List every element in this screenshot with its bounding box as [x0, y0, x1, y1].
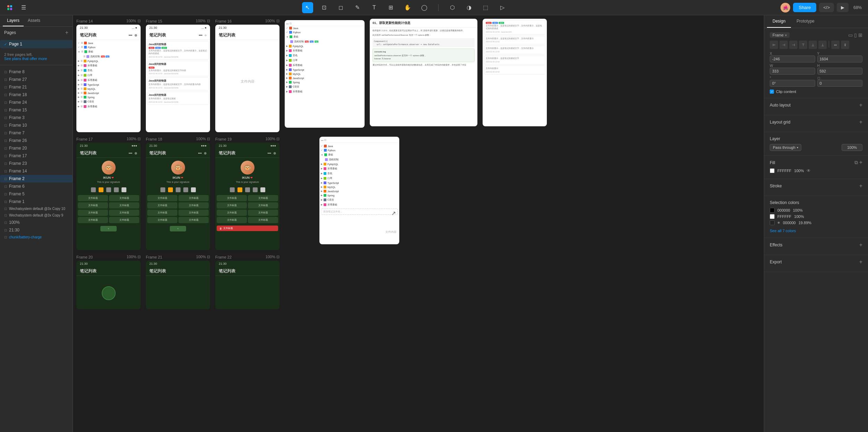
code-button[interactable]: </>: [819, 3, 834, 12]
stroke-add-btn[interactable]: +: [859, 183, 862, 189]
resize-phone-icon[interactable]: ▭: [848, 32, 853, 38]
resize-desktop-icon[interactable]: ▯: [854, 32, 857, 38]
fill-hex-value[interactable]: FFFFFF: [777, 169, 791, 173]
align-top-btn[interactable]: ⊤: [799, 41, 807, 49]
text-tool[interactable]: T: [369, 2, 380, 13]
grid-icon[interactable]: ⬚: [480, 2, 491, 13]
add-btn-f18[interactable]: ＋: [170, 226, 186, 231]
frame-21-content[interactable]: 21:30 笔记列表: [146, 261, 210, 309]
sidebar-item-frame10[interactable]: ⊡Frame 10: [0, 121, 73, 129]
sidebar-item-wechat10[interactable]: ⊡Wechatsystem default @3x Copy 10: [0, 205, 73, 212]
frame-18-content[interactable]: 21:30 ●●● 笔记列表 ••• ⊕ 🐵 IKUN ❤ T: [146, 143, 210, 250]
layer-mode-dropdown[interactable]: Pass through ▾: [770, 144, 801, 151]
frame-17-content[interactable]: 21:30 ●●● 笔记列表 ••• ⊕ 🐵 IKUN ❤: [76, 143, 141, 250]
upgrade-link[interactable]: See plans that offer more: [4, 57, 68, 61]
layer-opacity[interactable]: 100%: [842, 144, 862, 151]
sel-swatch-3[interactable]: [770, 220, 775, 225]
components-tool[interactable]: ⊞: [385, 2, 397, 13]
x-value[interactable]: -246: [770, 56, 815, 62]
resize-grid-icon[interactable]: ⊞: [858, 32, 862, 38]
align-left-btn[interactable]: ⊢: [770, 41, 778, 49]
plugins-icon[interactable]: ⬡: [447, 2, 458, 13]
sidebar-item-frame15[interactable]: ⊡Frame 15: [0, 106, 73, 114]
align-bottom-btn[interactable]: ⊥: [818, 41, 827, 49]
tab-design[interactable]: Design: [767, 15, 791, 28]
frame-16-content[interactable]: 21:30 笔记列表 文件内容: [215, 25, 279, 132]
align-right-btn[interactable]: ⊣: [789, 41, 798, 49]
export-add-btn[interactable]: +: [859, 259, 862, 265]
present-icon[interactable]: ▷: [497, 2, 508, 13]
corner-value[interactable]: 0: [817, 80, 863, 87]
shapes-tool[interactable]: ◻: [335, 2, 347, 13]
delete-bar-f19[interactable]: 🗑 文件标题: [217, 226, 278, 231]
comment-tool[interactable]: ◯: [419, 2, 430, 13]
play-button[interactable]: ▶: [837, 3, 849, 12]
pen-tool[interactable]: ✎: [352, 2, 363, 13]
main-canvas[interactable]: Frame 14 100% ⊡ 21:30 ...● 笔记列表 •••: [73, 15, 764, 432]
frame-14-content[interactable]: 21:30 ...● 笔记列表 ••• ⊕ ✓: [76, 25, 141, 132]
align-center-h-btn[interactable]: ⊣: [779, 41, 788, 49]
align-center-v-btn[interactable]: ⊥: [809, 41, 817, 49]
clip-content-checkbox[interactable]: ✓: [770, 90, 774, 94]
menu-button[interactable]: ☰: [18, 2, 29, 13]
page-item-1[interactable]: ✓ Page 1: [0, 40, 73, 48]
select-tool[interactable]: ↖: [302, 2, 313, 13]
sidebar-item-frame23[interactable]: ⊡Frame 23: [0, 160, 73, 167]
layout-grid-add-btn[interactable]: +: [859, 119, 862, 125]
add-btn-f17[interactable]: ＋: [100, 226, 117, 231]
frame-20-content[interactable]: 21:30 笔记列表: [76, 261, 141, 309]
large-list-2-content[interactable]: ••• ⊡ ✓ Java ✓ Python ▼: [319, 137, 399, 244]
w-value[interactable]: 333: [770, 68, 815, 75]
frame-15-content[interactable]: 21:30 ...● 笔记列表 ••• ○ Jav: [146, 25, 210, 132]
sidebar-item-frame14[interactable]: ⊡Frame 14: [0, 167, 73, 175]
distribute-h-btn[interactable]: ⇔: [831, 41, 840, 49]
tab-assets[interactable]: Assets: [24, 15, 44, 26]
sidebar-item-frame18[interactable]: ⊡Frame 18: [0, 91, 73, 99]
info-frame-content[interactable]: 01、获取更新性能统计信息 组件版本 2.22.0，在此更新后您可以定期从平台上…: [370, 19, 477, 126]
fill-opacity-value[interactable]: 100%: [794, 169, 804, 173]
sel-swatch-1[interactable]: [770, 208, 775, 213]
tab-prototype[interactable]: Prototype: [791, 15, 820, 28]
sidebar-item-100[interactable]: ⊡100%: [0, 219, 73, 226]
large-frame-content[interactable]: ••• ⊡ ✓ Java ✓ Python ▼: [285, 20, 365, 128]
zoom-level[interactable]: 68%: [851, 5, 864, 10]
frame-19-content[interactable]: 21:30 ●●● 笔记列表 ••• ⊕ 🐵 IKUN ❤ T: [215, 143, 279, 250]
sidebar-item-frame8[interactable]: ⊡Frame 8: [0, 68, 73, 76]
y-value[interactable]: 1604: [817, 56, 863, 62]
sidebar-item-frame1[interactable]: ⊡Frame 1: [0, 198, 73, 205]
sidebar-item-frame6[interactable]: ⊡Frame 6: [0, 183, 73, 190]
sidebar-item-frame5[interactable]: ⊡Frame 5: [0, 190, 73, 198]
fill-visible-icon[interactable]: 👁: [807, 168, 811, 173]
sidebar-item-battery[interactable]: ⊡ chunk/battery-charge: [0, 234, 73, 240]
frame-22-content[interactable]: 21:30 笔记列表: [215, 261, 279, 309]
sidebar-item-frame17[interactable]: ⊡Frame 17: [0, 152, 73, 160]
sidebar-item-frame24[interactable]: ⊡Frame 24: [0, 99, 73, 106]
sidebar-item-2130[interactable]: ⊡21:30: [0, 226, 73, 234]
sidebar-item-wechat9[interactable]: ⊡Wechatsystem default @3x Copy 9: [0, 212, 73, 219]
notes-panel-content[interactable]: Java 基础 排列 文件内容显示，这是笔记的描述文字，文件内容显示，这是笔记的…: [483, 19, 547, 126]
fill-color-swatch[interactable]: [770, 168, 775, 173]
hand-tool[interactable]: ✋: [402, 2, 413, 13]
tab-layers[interactable]: Layers: [3, 15, 24, 26]
distribute-v-btn[interactable]: ⇕: [841, 41, 849, 49]
share-button[interactable]: Share: [793, 3, 816, 12]
sel-swatch-2[interactable]: [770, 214, 775, 219]
see-all-link[interactable]: See all 7 colors: [770, 229, 796, 233]
sidebar-item-frame2[interactable]: ⊡Frame 2: [0, 175, 73, 183]
sidebar-item-frame7[interactable]: ⊡Frame 7: [0, 129, 73, 137]
sidebar-item-frame3[interactable]: ⊡Frame 3: [0, 114, 73, 121]
fill-add-btn[interactable]: +: [859, 160, 862, 166]
figma-logo[interactable]: [4, 2, 15, 13]
add-page-button[interactable]: +: [65, 29, 68, 36]
effects-add-btn[interactable]: +: [859, 242, 862, 248]
sidebar-item-frame20[interactable]: ⊡Frame 20: [0, 144, 73, 152]
h-value[interactable]: 592: [817, 68, 863, 75]
sidebar-item-frame27[interactable]: ⊡Frame 27: [0, 76, 73, 83]
rotation-value[interactable]: 0°: [770, 80, 815, 87]
auto-layout-add-btn[interactable]: +: [859, 102, 862, 108]
fill-copy-icon[interactable]: ⧉: [854, 160, 858, 166]
frame-tool[interactable]: ⊡: [319, 2, 330, 13]
sidebar-item-frame21[interactable]: ⊡Frame 21: [0, 83, 73, 91]
sidebar-item-frame26[interactable]: ⊡Frame 26: [0, 137, 73, 144]
theme-icon[interactable]: ◑: [464, 2, 475, 13]
